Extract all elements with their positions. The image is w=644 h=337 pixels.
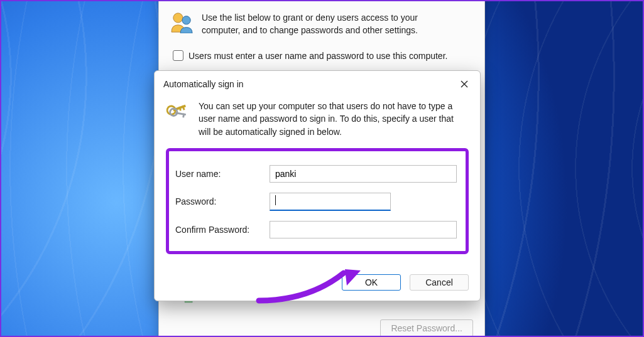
user-accounts-intro-text: Use the list below to grant or deny user… (202, 12, 440, 36)
confirm-password-label: Confirm Password: (175, 225, 270, 235)
ok-button[interactable]: OK (342, 274, 401, 291)
password-input[interactable] (270, 193, 391, 211)
require-signin-label: Users must enter a user name and passwor… (188, 51, 447, 61)
username-label: User name: (175, 169, 270, 179)
svg-point-0 (173, 13, 183, 23)
close-button[interactable] (454, 76, 475, 92)
screenshot-frame: Use the list below to grant or deny user… (0, 0, 644, 337)
checkbox-icon (173, 50, 183, 61)
dialog-title: Automatically sign in (163, 79, 244, 89)
annotation-highlight: User name: Password: Confirm Password: (166, 148, 469, 254)
reset-password-button[interactable]: Reset Password... (380, 319, 473, 337)
cancel-button[interactable]: Cancel (410, 274, 469, 291)
text-caret (275, 195, 276, 205)
keys-icon (166, 101, 190, 124)
password-label: Password: (175, 196, 270, 206)
username-input[interactable] (270, 165, 457, 183)
close-icon (461, 80, 468, 88)
confirm-password-input[interactable] (270, 221, 457, 238)
auto-signin-dialog: Automatically sign in (154, 70, 481, 301)
svg-point-1 (182, 16, 190, 24)
users-icon (170, 12, 194, 33)
dialog-intro-text: You can set up your computer so that use… (199, 100, 462, 138)
require-signin-checkbox[interactable]: Users must enter a user name and passwor… (173, 50, 473, 61)
